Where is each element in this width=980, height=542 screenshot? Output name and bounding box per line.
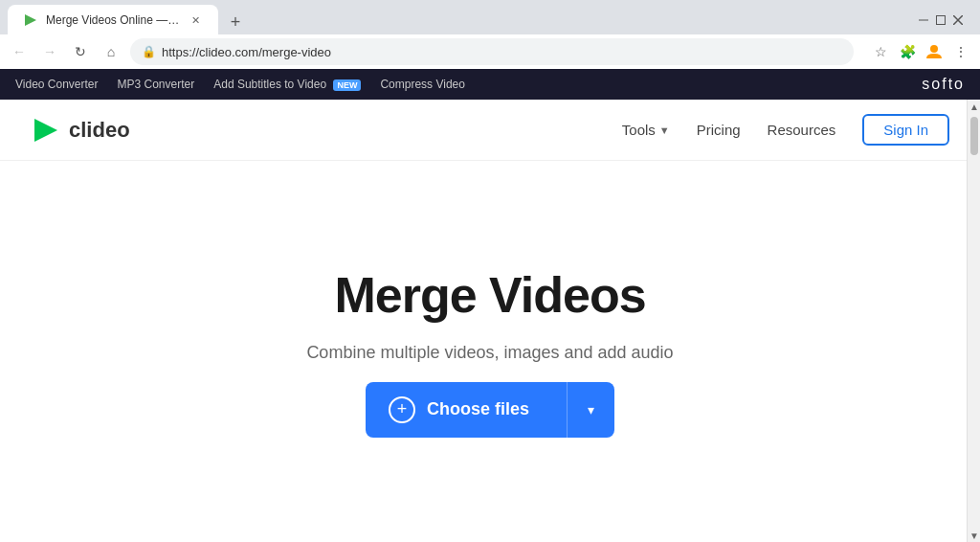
choose-files-button[interactable]: + Choose files ▾	[366, 382, 614, 438]
choose-files-label: Choose files	[427, 399, 529, 419]
svg-rect-2	[937, 16, 946, 25]
softo-add-subtitles[interactable]: Add Subtitles to Video NEW	[213, 78, 361, 91]
profile-icon[interactable]	[923, 40, 946, 63]
softo-mp3-converter[interactable]: MP3 Converter	[118, 78, 195, 91]
window-controls	[917, 13, 965, 27]
softo-bar: Video Converter MP3 Converter Add Subtit…	[0, 69, 980, 100]
tools-nav-link[interactable]: Tools ▼	[622, 122, 670, 138]
minimize-button[interactable]	[917, 13, 930, 27]
softo-video-converter[interactable]: Video Converter	[15, 78, 99, 91]
site-nav: clideo Tools ▼ Pricing Resources Sign In	[0, 100, 980, 161]
svg-marker-0	[25, 14, 36, 26]
nav-right: Tools ▼ Pricing Resources Sign In	[622, 114, 949, 146]
scroll-up-arrow[interactable]: ▲	[968, 100, 980, 113]
bookmark-icon[interactable]: ☆	[869, 40, 892, 63]
choose-files-main: + Choose files	[366, 396, 567, 423]
website-content: clideo Tools ▼ Pricing Resources Sign In…	[0, 100, 980, 542]
extensions-icon[interactable]: 🧩	[896, 40, 919, 63]
site-logo[interactable]: clideo	[31, 115, 130, 146]
svg-rect-1	[919, 20, 928, 21]
tab-favicon	[23, 12, 38, 28]
resources-nav-link[interactable]: Resources	[768, 122, 836, 138]
address-right-icons: ☆ 🧩 ⋮	[869, 40, 972, 63]
menu-icon[interactable]: ⋮	[949, 40, 972, 63]
close-button[interactable]	[951, 13, 965, 27]
maximize-button[interactable]	[934, 13, 947, 27]
reload-button[interactable]: ↻	[69, 40, 92, 63]
scrollbar-thumb[interactable]	[970, 117, 978, 155]
hero-section: Merge Videos Combine multiple videos, im…	[0, 161, 980, 542]
signin-button[interactable]: Sign In	[862, 114, 949, 146]
logo-text: clideo	[69, 118, 130, 143]
hero-subtitle: Combine multiple videos, images and add …	[306, 343, 673, 363]
url-bar[interactable]: 🔒 https://clideo.com/merge-video	[130, 38, 854, 65]
softo-compress-video[interactable]: Compress Video	[380, 78, 465, 91]
scroll-down-arrow[interactable]: ▼	[968, 529, 980, 542]
tab-bar: Merge Videos Online — Combin ✕ +	[8, 5, 249, 35]
pricing-nav-link[interactable]: Pricing	[697, 122, 741, 138]
address-bar: ← → ↻ ⌂ 🔒 https://clideo.com/merge-video…	[0, 34, 980, 69]
home-button[interactable]: ⌂	[100, 40, 122, 63]
tab-title: Merge Videos Online — Combin	[46, 13, 180, 27]
softo-logo: softo	[922, 76, 965, 93]
svg-point-5	[930, 45, 938, 53]
tab-close-button[interactable]: ✕	[188, 12, 203, 28]
logo-play-icon	[31, 115, 61, 146]
url-text: https://clideo.com/merge-video	[162, 45, 842, 59]
title-bar: Merge Videos Online — Combin ✕ +	[0, 0, 980, 34]
plus-circle-icon: +	[389, 396, 415, 423]
active-tab[interactable]: Merge Videos Online — Combin ✕	[8, 5, 218, 35]
back-button[interactable]: ←	[8, 40, 31, 63]
tools-chevron-icon: ▼	[659, 124, 670, 136]
new-badge: NEW	[333, 79, 361, 91]
lock-icon: 🔒	[142, 45, 156, 58]
scrollbar[interactable]: ▲ ▼	[967, 100, 980, 542]
svg-marker-6	[34, 119, 57, 142]
forward-button[interactable]: →	[38, 40, 61, 63]
choose-files-dropdown-chevron[interactable]: ▾	[567, 382, 614, 438]
softo-bar-items: Video Converter MP3 Converter Add Subtit…	[15, 78, 902, 91]
new-tab-button[interactable]: +	[222, 9, 249, 35]
hero-title: Merge Videos	[334, 266, 645, 324]
